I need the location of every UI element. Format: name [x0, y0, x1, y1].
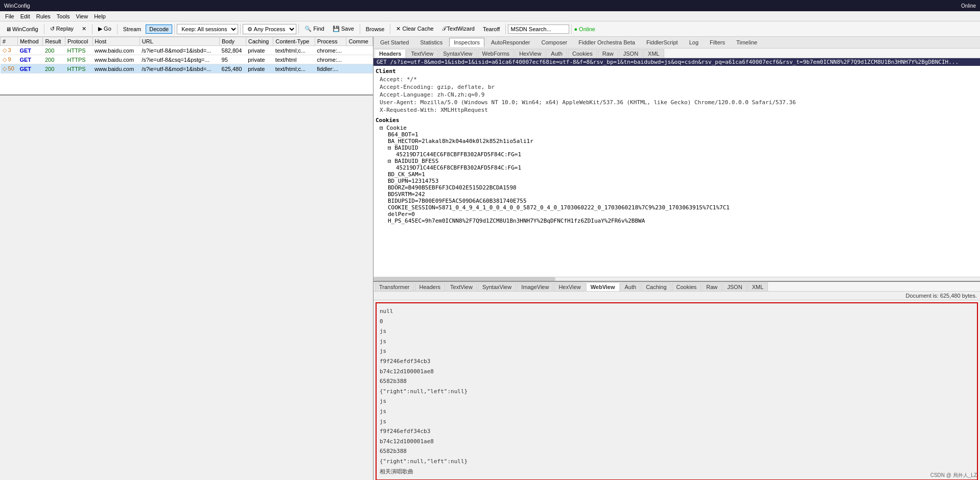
response-tab-webview[interactable]: WebView [586, 282, 620, 291]
response-tab-xml[interactable]: XML [748, 282, 768, 291]
save-button[interactable]: 💾 Save [329, 24, 358, 34]
table-row[interactable]: ◇ 9 GET 200 HTTPS www.baidu.com /s?ie=ut… [1, 55, 373, 64]
cell-body: 95 [220, 55, 246, 64]
browse-button[interactable]: Browse [362, 25, 388, 34]
tab-get-started[interactable]: Get Started [376, 38, 413, 47]
client-header-item: Accept-Encoding: gzip, deflate, br [376, 83, 978, 91]
request-tab-syntaxview[interactable]: SyntaxView [438, 49, 477, 58]
tearoff-button[interactable]: Tearoff [479, 25, 503, 34]
inspector-top-tabs: Get Started Statistics Inspectors AutoRe… [374, 37, 980, 49]
cell-process: chrome:... [315, 46, 346, 55]
title-bar: WinConfig Online [0, 0, 980, 11]
response-line: 6582b388 [380, 446, 974, 457]
title-bar-right: Online [961, 3, 976, 9]
menu-rules[interactable]: Rules [33, 12, 54, 20]
find-button[interactable]: 🔍 Find [301, 24, 328, 34]
tab-orchestra-beta[interactable]: Fiddler Orchestra Beta [574, 38, 640, 47]
response-line: {"right":null,"left":null} [380, 387, 974, 397]
tab-autoresponder[interactable]: AutoResponder [486, 38, 534, 47]
cell-body: 582,804 [220, 46, 246, 55]
client-header-item: Accept-Language: zh-CN,zh;q=0.9 [376, 91, 978, 99]
col-header-comment: Comme [346, 37, 373, 46]
col-header-url: URL [139, 37, 219, 46]
menu-tools[interactable]: Tools [54, 12, 73, 20]
cell-num: ◇ 9 [1, 55, 18, 64]
response-tab-headers[interactable]: Headers [415, 282, 446, 291]
response-tab-transformer[interactable]: Transformer [375, 282, 414, 291]
request-tab-auth[interactable]: Auth [546, 49, 567, 58]
decode-button[interactable]: Decode [146, 25, 172, 34]
request-tab-webforms[interactable]: WebForms [478, 49, 515, 58]
headers-scrollbar[interactable] [374, 277, 980, 281]
request-tab-cookies[interactable]: Cookies [568, 49, 597, 58]
textwizard-button[interactable]: 𝒯 TextWizard [438, 24, 478, 34]
request-tab-textview[interactable]: TextView [406, 49, 438, 58]
request-tab-json[interactable]: JSON [619, 49, 643, 58]
go-button[interactable]: ▶ Go [95, 24, 115, 34]
right-column: Get Started Statistics Inspectors AutoRe… [373, 37, 980, 480]
clear-cache-button[interactable]: ✕ Clear Cache [392, 24, 437, 34]
tab-filters[interactable]: Filters [705, 38, 730, 47]
response-tab-hexview[interactable]: HexView [554, 282, 585, 291]
cookie-item: 45219D71C44EC6F8CBFFB302AFD5F84C:FG=1 [376, 151, 978, 158]
table-row[interactable]: ◇ 50 GET 200 HTTPS www.baidu.com /s?ie=u… [1, 64, 373, 74]
cookie-item: BA_HECTOR=2lakal8h2k04a40k0l2k852h1io5al… [376, 138, 978, 145]
menu-help[interactable]: Help [91, 12, 109, 20]
tab-log[interactable]: Log [685, 38, 703, 47]
tab-inspectors[interactable]: Inspectors [449, 38, 484, 47]
winconfig-button[interactable]: 🖥 WinConfig [2, 25, 42, 34]
cell-protocol: HTTPS [65, 46, 93, 55]
request-panel: HeadersTextViewSyntaxViewWebFormsHexView… [374, 49, 980, 480]
response-tab-syntaxview[interactable]: SyntaxView [478, 282, 516, 291]
cell-result: 200 [43, 46, 65, 55]
stream-button[interactable]: Stream [120, 25, 145, 34]
cookie-item: BD_UPN=12314753 [376, 178, 978, 184]
tab-composer[interactable]: Composer [536, 38, 572, 47]
headers-content[interactable]: Client Accept: */*Accept-Encoding: gzip,… [374, 66, 980, 277]
winconfig-icon: 🖥 [6, 26, 11, 32]
menu-file[interactable]: File [2, 12, 17, 20]
toolbar-sep-10 [571, 24, 572, 34]
cell-caching: private [246, 55, 273, 64]
request-tab-hexview[interactable]: HexView [515, 49, 546, 58]
cookie-item: delPer=0 [376, 211, 978, 218]
response-tab-json[interactable]: JSON [722, 282, 746, 291]
col-header-num: # [1, 37, 18, 46]
replay-button[interactable]: ↺ Replay [46, 24, 77, 34]
keep-dropdown[interactable]: Keep: All sessions [177, 24, 238, 34]
request-tab-headers[interactable]: Headers [375, 49, 406, 58]
tab-fiddlerscript[interactable]: FiddlerScript [642, 38, 683, 47]
menu-edit[interactable]: Edit [17, 12, 33, 20]
response-tab-textview[interactable]: TextView [446, 282, 477, 291]
response-panel: TransformerHeadersTextViewSyntaxViewImag… [374, 281, 980, 480]
cell-method: GET [17, 46, 43, 55]
client-section-title: Client [376, 67, 978, 76]
cell-url: /s?ie=utf-8&mod=1&isbd=... [139, 64, 219, 74]
request-tab-xml[interactable]: XML [643, 49, 664, 58]
col-header-protocol: Protocol [65, 37, 93, 46]
msdn-search-input[interactable] [508, 25, 569, 34]
response-tab-caching[interactable]: Caching [641, 282, 671, 291]
menu-view[interactable]: View [73, 12, 91, 20]
cell-process: fiddler:... [315, 64, 346, 74]
cell-result: 200 [43, 64, 65, 74]
cell-content-type: text/html [273, 55, 315, 64]
client-header-item: User-Agent: Mozilla/5.0 (Windows NT 10.0… [376, 99, 978, 106]
response-tab-auth[interactable]: Auth [620, 282, 641, 291]
tab-timeline[interactable]: Timeline [732, 38, 762, 47]
tab-statistics[interactable]: Statistics [415, 38, 447, 47]
close-sessions-button[interactable]: ✕ [78, 24, 90, 34]
process-dropdown[interactable]: ⚙ Any Process [243, 24, 296, 34]
response-line: js [380, 326, 974, 337]
cell-method: GET [17, 64, 43, 74]
response-tab-cookies[interactable]: Cookies [672, 282, 702, 291]
request-tab-raw[interactable]: Raw [598, 49, 618, 58]
cookies-tree: ⊟ CookieB64_BOT=1BA_HECTOR=2lakal8h2k04a… [376, 125, 978, 224]
response-content-scroll[interactable]: null0jsjsjsf9f246efdf34cb3b74c12d100001a… [374, 300, 980, 480]
response-line: f9f246efdf34cb3 [380, 426, 974, 437]
response-tab-raw[interactable]: Raw [702, 282, 722, 291]
response-tab-imageview[interactable]: ImageView [517, 282, 553, 291]
table-row[interactable]: ◇ 3 GET 200 HTTPS www.baidu.com /s?ie=ut… [1, 46, 373, 55]
doc-info: Document is: 625,480 bytes. [374, 292, 980, 300]
col-header-content-type: Content-Type [273, 37, 315, 46]
